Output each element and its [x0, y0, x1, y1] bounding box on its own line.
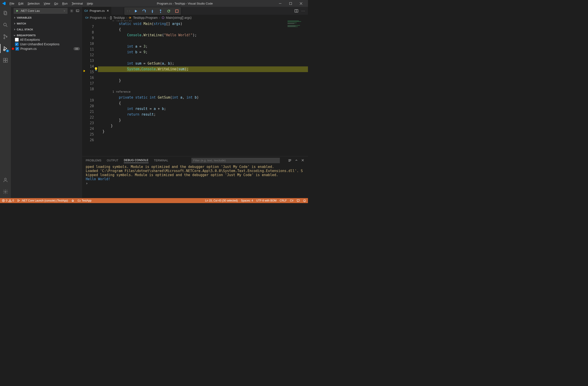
- panel-filter-input[interactable]: [191, 158, 280, 163]
- svg-rect-16: [76, 10, 79, 12]
- close-tab-icon[interactable]: ✕: [106, 9, 109, 12]
- svg-point-20: [160, 12, 161, 13]
- activity-explorer[interactable]: [0, 9, 11, 18]
- restart-button[interactable]: [167, 9, 171, 13]
- svg-point-6: [4, 38, 5, 39]
- close-button[interactable]: [296, 0, 306, 7]
- code-content[interactable]: 0 references static void Main(string[] a…: [98, 21, 308, 156]
- svg-point-13: [4, 178, 6, 180]
- bp-file-item[interactable]: Program.cs 15: [11, 46, 82, 51]
- menu-help[interactable]: Help: [85, 1, 95, 6]
- activity-search[interactable]: [0, 20, 11, 29]
- word-wrap-icon[interactable]: [288, 159, 292, 162]
- status-language[interactable]: C#: [290, 199, 294, 202]
- checkbox-unchecked[interactable]: [15, 38, 19, 41]
- more-actions-icon[interactable]: ···: [301, 9, 305, 12]
- continue-button[interactable]: [134, 9, 138, 13]
- svg-rect-11: [6, 61, 7, 62]
- checkbox-checked[interactable]: [15, 42, 19, 46]
- line-number-gutter: 7891011121314151617181920212223242526: [82, 21, 98, 156]
- csharp-file-icon: C#: [84, 9, 88, 12]
- status-launch-config[interactable]: .NET Core Launch (console) (TestApp): [17, 199, 68, 202]
- debug-config-label: .NET Core Lau: [20, 9, 40, 12]
- menu-view[interactable]: View: [42, 1, 52, 6]
- maximize-button[interactable]: [285, 0, 296, 7]
- variables-section[interactable]: VARIABLES: [11, 15, 82, 21]
- activity-source-control[interactable]: [0, 32, 11, 41]
- breakpoints-section: BREAKPOINTS All Exceptions User-Unhandle…: [11, 32, 82, 52]
- csharp-icon: C#: [85, 16, 88, 19]
- breadcrumb[interactable]: C# Program.cs › {} TestApp › TestApp.Pro…: [82, 15, 308, 21]
- svg-rect-2: [4, 11, 6, 14]
- panel-tab-problems[interactable]: PROBLEMS: [86, 158, 101, 163]
- debug-badge: 1: [6, 50, 9, 52]
- menu-selection[interactable]: Selection: [26, 1, 41, 6]
- panel-tab-debug-console[interactable]: DEBUG CONSOLE: [124, 158, 148, 163]
- code-editor[interactable]: 7891011121314151617181920212223242526 0 …: [82, 21, 308, 156]
- panel-tab-output[interactable]: OUTPUT: [107, 158, 118, 163]
- svg-point-18: [145, 11, 146, 12]
- svg-rect-0: [279, 3, 281, 4]
- step-over-button[interactable]: [142, 9, 147, 13]
- activity-settings[interactable]: [0, 187, 11, 196]
- bp-user-unhandled[interactable]: User-Unhandled Exceptions: [11, 42, 82, 46]
- status-errors[interactable]: 0 0: [2, 199, 14, 202]
- checkbox-checked[interactable]: [15, 47, 19, 51]
- debug-console-output[interactable]: pped loading symbols. Module is optimize…: [82, 164, 308, 198]
- step-out-button[interactable]: [158, 9, 163, 13]
- split-editor-icon[interactable]: [294, 9, 298, 13]
- menu-bar: File Edit Selection View Go Run Terminal…: [8, 1, 95, 6]
- status-feedback-icon[interactable]: [297, 199, 300, 202]
- status-flame-icon[interactable]: [71, 199, 74, 202]
- bp-line-badge: 15: [73, 47, 80, 50]
- callstack-section[interactable]: CALL STACK: [11, 26, 82, 32]
- svg-rect-3: [4, 12, 7, 15]
- menu-run[interactable]: Run: [60, 1, 69, 6]
- status-encoding[interactable]: UTF-8 with BOM: [256, 199, 276, 202]
- chevron-up-icon[interactable]: [295, 159, 298, 162]
- status-cursor[interactable]: Ln 15, Col 43 (30 selected): [205, 199, 238, 202]
- status-spaces[interactable]: Spaces: 4: [241, 199, 253, 202]
- panel-tab-terminal[interactable]: TERMINAL: [154, 158, 168, 163]
- breakpoints-header[interactable]: BREAKPOINTS: [11, 33, 82, 37]
- window-controls: [275, 0, 306, 7]
- namespace-icon: {}: [110, 16, 112, 20]
- svg-point-15: [71, 10, 72, 11]
- minimize-button[interactable]: [275, 0, 285, 7]
- stop-button[interactable]: [175, 9, 179, 13]
- activity-run-debug[interactable]: 1: [0, 44, 11, 53]
- bp-all-exceptions[interactable]: All Exceptions: [11, 37, 82, 42]
- svg-rect-10: [3, 61, 5, 62]
- activity-bar: 1: [0, 7, 11, 198]
- drag-grip-icon[interactable]: ⋮⋮: [126, 10, 130, 13]
- svg-point-4: [4, 23, 6, 26]
- minimap[interactable]: [288, 21, 308, 57]
- status-bar: 0 0 .NET Core Launch (console) (TestApp)…: [0, 198, 308, 203]
- breakpoint-dot-icon: [12, 48, 14, 50]
- menu-terminal[interactable]: Terminal: [70, 1, 84, 6]
- debug-console-icon[interactable]: [76, 9, 79, 13]
- menu-file[interactable]: File: [8, 1, 16, 6]
- status-bell-icon[interactable]: [303, 199, 306, 202]
- svg-rect-1: [289, 2, 292, 4]
- debug-toolbar[interactable]: ⋮⋮: [124, 7, 181, 15]
- menu-go[interactable]: Go: [52, 1, 60, 6]
- close-panel-icon[interactable]: [301, 159, 304, 162]
- vscode-logo-icon: [2, 1, 6, 5]
- svg-point-14: [5, 191, 6, 192]
- activity-accounts[interactable]: [0, 175, 11, 184]
- status-folder[interactable]: TestApp: [78, 199, 91, 202]
- tab-program-cs[interactable]: C# Program.cs ✕: [82, 7, 112, 15]
- step-into-button[interactable]: [150, 9, 155, 13]
- gear-icon[interactable]: [70, 9, 73, 13]
- svg-rect-9: [3, 58, 5, 60]
- status-eol[interactable]: CRLF: [280, 199, 287, 202]
- svg-point-5: [4, 35, 5, 36]
- svg-rect-12: [6, 58, 7, 60]
- activity-extensions[interactable]: [0, 56, 11, 65]
- debug-config-select[interactable]: .NET Core Lau: [14, 8, 68, 14]
- titlebar: File Edit Selection View Go Run Terminal…: [0, 0, 308, 7]
- menu-edit[interactable]: Edit: [17, 1, 25, 6]
- method-icon: [162, 16, 165, 19]
- watch-section[interactable]: WATCH: [11, 21, 82, 26]
